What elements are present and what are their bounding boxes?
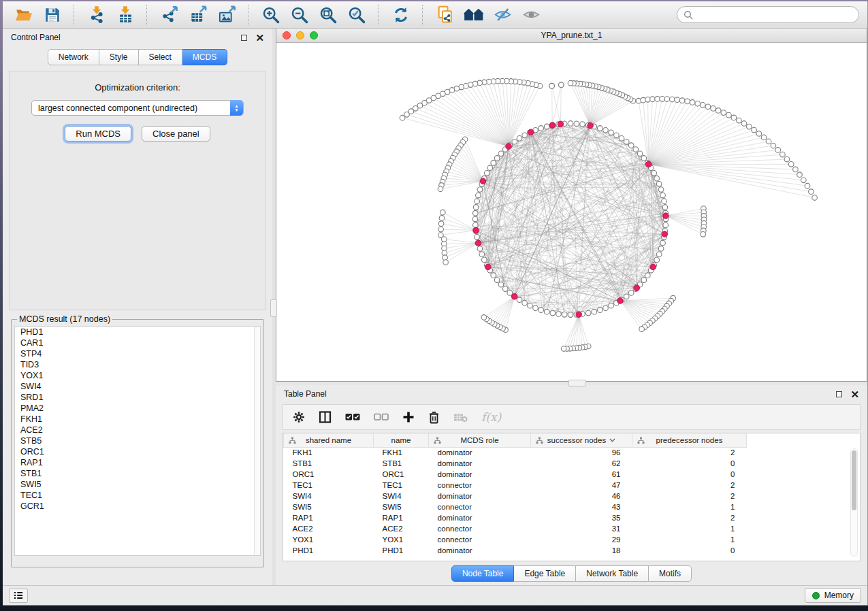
search-input[interactable] <box>697 10 852 20</box>
cell-successor-nodes[interactable]: 29 <box>531 534 632 545</box>
export-image-button[interactable] <box>214 3 240 27</box>
table-row[interactable]: SWI4SWI4dominator462 <box>284 491 747 501</box>
cell-successor-nodes[interactable]: 96 <box>531 447 632 458</box>
cell-successor-nodes[interactable]: 61 <box>531 469 632 480</box>
cell-mcds-role[interactable]: connector <box>429 523 531 534</box>
splitter-grip[interactable] <box>270 299 277 317</box>
cell-mcds-role[interactable]: dominator <box>429 491 531 501</box>
cell-shared-name[interactable]: SWI4 <box>284 491 374 501</box>
cell-predecessor-nodes[interactable]: 2 <box>632 512 747 523</box>
tab-mcds[interactable]: MCDS <box>182 49 227 65</box>
cell-shared-name[interactable]: FKH1 <box>284 447 374 458</box>
cell-successor-nodes[interactable]: 31 <box>531 523 632 534</box>
add-column-button[interactable] <box>402 411 415 423</box>
zoom-in-button[interactable] <box>258 3 284 27</box>
table-scrollbar-thumb[interactable] <box>852 450 856 510</box>
cell-successor-nodes[interactable]: 43 <box>531 501 632 512</box>
cell-predecessor-nodes[interactable]: 1 <box>632 501 747 512</box>
table-row[interactable]: RAP1RAP1dominator352 <box>284 512 747 523</box>
cell-mcds-role[interactable]: dominator <box>429 545 531 556</box>
mcds-result-item[interactable]: CAR1 <box>15 337 260 348</box>
tab-select[interactable]: Select <box>139 49 182 65</box>
delete-table-button[interactable] <box>453 412 468 423</box>
cell-successor-nodes[interactable]: 62 <box>531 458 632 469</box>
split-columns-button[interactable] <box>319 411 332 423</box>
cell-name[interactable]: ORC1 <box>374 469 429 480</box>
mcds-result-item[interactable]: FKH1 <box>15 414 260 425</box>
cell-predecessor-nodes[interactable]: 0 <box>632 469 747 480</box>
cell-name[interactable]: TEC1 <box>374 480 429 491</box>
cell-mcds-role[interactable]: connector <box>429 480 531 491</box>
task-history-button[interactable] <box>9 589 28 603</box>
cell-name[interactable]: SWI4 <box>374 491 429 501</box>
table-scrollbar[interactable] <box>850 448 858 557</box>
column-header-name[interactable]: name <box>374 433 429 447</box>
mcds-result-item[interactable]: ACE2 <box>15 425 260 435</box>
mcds-result-item[interactable]: PHD1 <box>15 327 260 337</box>
deselect-all-columns-button[interactable] <box>374 412 389 422</box>
column-header-shared-name[interactable]: shared name <box>284 433 374 447</box>
table-settings-button[interactable] <box>293 411 305 423</box>
cell-mcds-role[interactable]: dominator <box>429 458 531 469</box>
mcds-result-item[interactable]: TID3 <box>15 359 260 370</box>
export-network-button[interactable] <box>157 3 182 27</box>
cell-predecessor-nodes[interactable]: 2 <box>632 447 747 458</box>
mcds-result-item[interactable]: YOX1 <box>15 370 260 381</box>
table-row[interactable]: STB1STB1dominator620 <box>284 458 747 469</box>
show-all-button[interactable] <box>518 3 544 27</box>
cell-shared-name[interactable]: ACE2 <box>284 523 374 534</box>
result-list-scrollbar[interactable] <box>254 327 260 555</box>
cell-shared-name[interactable]: ORC1 <box>284 469 374 480</box>
table-row[interactable]: YOX1YOX1connector291 <box>284 534 747 545</box>
mcds-result-item[interactable]: STP4 <box>15 348 260 359</box>
cell-name[interactable]: PHD1 <box>374 545 429 556</box>
mcds-result-item[interactable]: STB5 <box>15 435 260 446</box>
cell-shared-name[interactable]: PHD1 <box>284 545 374 556</box>
cell-name[interactable]: YOX1 <box>374 534 429 545</box>
cell-mcds-role[interactable]: connector <box>429 534 531 545</box>
memory-button[interactable]: Memory <box>805 588 861 603</box>
table-row[interactable]: ACE2ACE2connector311 <box>284 523 747 534</box>
mcds-result-item[interactable]: SWI5 <box>15 479 260 490</box>
float-panel-icon[interactable] <box>241 35 247 41</box>
mcds-result-item[interactable]: TEC1 <box>15 490 260 501</box>
run-mcds-button[interactable]: Run MCDS <box>65 126 131 142</box>
cell-predecessor-nodes[interactable]: 0 <box>632 458 747 469</box>
cell-shared-name[interactable]: YOX1 <box>284 534 374 545</box>
cell-shared-name[interactable]: SWI5 <box>284 501 374 512</box>
tab-network-table[interactable]: Network Table <box>576 565 649 582</box>
first-neighbors-button[interactable] <box>461 3 487 27</box>
tab-node-table[interactable]: Node Table <box>451 565 515 582</box>
float-panel-icon[interactable] <box>836 391 842 397</box>
hide-selected-button[interactable] <box>489 3 515 27</box>
cell-name[interactable]: SWI5 <box>374 501 429 512</box>
panel-splitter-vertical[interactable] <box>272 29 276 585</box>
table-row[interactable]: SWI5SWI5connector431 <box>284 501 747 512</box>
cell-predecessor-nodes[interactable]: 2 <box>632 480 747 491</box>
network-canvas[interactable] <box>276 43 867 381</box>
cell-name[interactable]: STB1 <box>374 458 429 469</box>
cell-shared-name[interactable]: TEC1 <box>284 480 374 491</box>
cell-shared-name[interactable]: RAP1 <box>284 512 374 523</box>
tab-network[interactable]: Network <box>48 49 99 65</box>
splitter-grip[interactable] <box>568 380 586 386</box>
cell-mcds-role[interactable]: connector <box>429 501 531 512</box>
zoom-selected-button[interactable] <box>344 3 370 27</box>
tab-edge-table[interactable]: Edge Table <box>514 565 576 582</box>
cell-predecessor-nodes[interactable]: 2 <box>632 491 747 501</box>
cell-mcds-role[interactable]: dominator <box>429 512 531 523</box>
cell-successor-nodes[interactable]: 47 <box>531 480 632 491</box>
save-session-button[interactable] <box>39 3 65 27</box>
cell-name[interactable]: RAP1 <box>374 512 429 523</box>
window-zoom-traffic-light[interactable] <box>310 31 318 39</box>
window-minimize-traffic-light[interactable] <box>296 31 304 39</box>
table-row[interactable]: ORC1ORC1dominator610 <box>284 469 747 480</box>
column-header-successor-nodes[interactable]: successor nodes <box>531 433 632 447</box>
cell-predecessor-nodes[interactable]: 0 <box>632 545 747 556</box>
mcds-result-item[interactable]: STB1 <box>15 468 260 479</box>
mcds-result-item[interactable]: SRD1 <box>15 392 260 403</box>
column-header-mcds-role[interactable]: MCDS role <box>429 433 531 447</box>
cell-successor-nodes[interactable]: 18 <box>531 545 632 556</box>
cell-name[interactable]: FKH1 <box>374 447 429 458</box>
cell-predecessor-nodes[interactable]: 1 <box>632 523 747 534</box>
